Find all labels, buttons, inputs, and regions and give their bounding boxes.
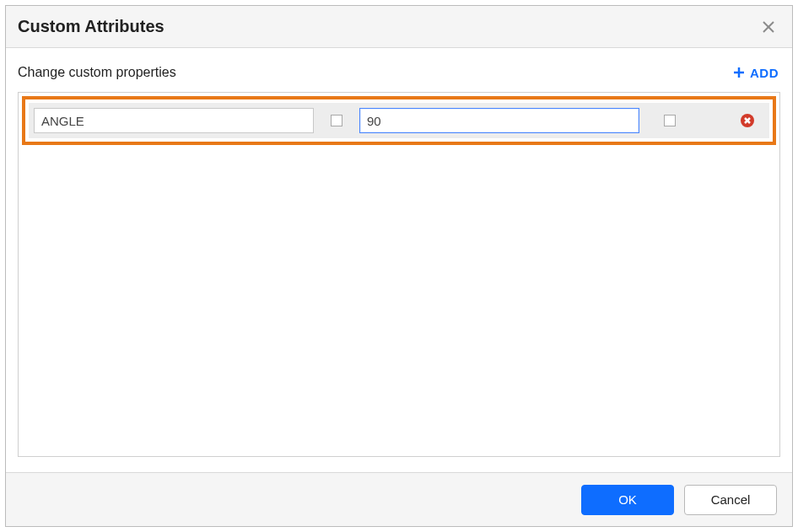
ok-button-label: OK	[618, 492, 637, 507]
attribute-row	[29, 103, 769, 138]
row-highlight	[22, 96, 776, 145]
close-icon	[763, 21, 774, 33]
dialog-body: Change custom properties ADD	[6, 48, 792, 472]
cell-delete	[700, 114, 761, 127]
cell-check-2	[639, 115, 700, 126]
attributes-panel	[18, 92, 780, 457]
cell-name	[34, 108, 314, 133]
dialog-titlebar: Custom Attributes	[6, 6, 792, 48]
cell-value	[359, 108, 639, 133]
add-button[interactable]: ADD	[731, 64, 780, 82]
plus-icon	[733, 67, 745, 78]
close-button[interactable]	[757, 15, 780, 39]
add-button-label: ADD	[750, 66, 779, 80]
cell-check-1	[314, 115, 359, 126]
row-checkbox-1[interactable]	[331, 115, 342, 126]
ok-button[interactable]: OK	[581, 485, 674, 515]
cancel-button-label: Cancel	[711, 492, 751, 507]
attribute-value-input[interactable]	[359, 108, 639, 133]
row-checkbox-2[interactable]	[664, 115, 676, 126]
subheader: Change custom properties ADD	[18, 60, 780, 85]
subheader-label: Change custom properties	[18, 65, 176, 80]
dialog-title: Custom Attributes	[18, 17, 757, 36]
attribute-name-input[interactable]	[34, 108, 314, 133]
delete-row-button[interactable]	[741, 114, 754, 127]
delete-icon	[744, 117, 751, 124]
dialog-footer: OK Cancel	[6, 472, 792, 526]
cancel-button[interactable]: Cancel	[684, 485, 777, 515]
custom-attributes-dialog: Custom Attributes Change custom properti…	[5, 5, 793, 527]
